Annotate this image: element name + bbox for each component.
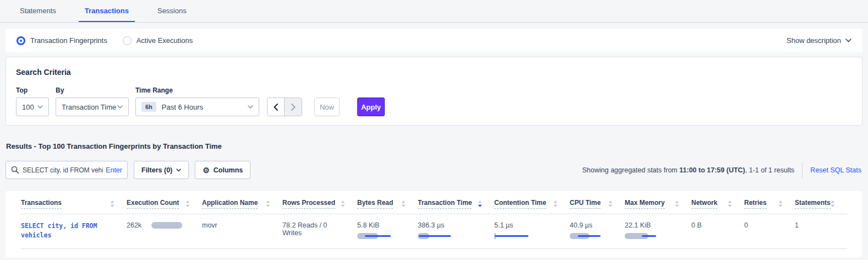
sort-icon — [831, 201, 835, 207]
col-header-execution-count[interactable]: Execution Count — [127, 193, 202, 214]
bytes-read-bar — [357, 233, 407, 240]
mean-line — [642, 235, 656, 237]
col-header-retries[interactable]: Retries — [744, 193, 795, 214]
cell-cpu-time: 40.9 µs — [570, 214, 625, 249]
column-label: Contention Time — [494, 199, 546, 209]
gear-icon: ⚙ — [203, 166, 210, 174]
radio-label: Transaction Fingerprints — [30, 36, 107, 45]
transaction-time-bar — [418, 233, 483, 240]
column-label: Transaction Time — [418, 199, 472, 209]
mean-line — [495, 235, 528, 237]
cell-network: 0 B — [691, 214, 744, 249]
show-description-toggle[interactable]: Show description — [787, 36, 851, 45]
top-select[interactable]: 100 — [16, 98, 49, 116]
transaction-fingerprint-link[interactable]: SELECT city, id FROM vehicles — [21, 221, 116, 240]
time-range-arrows — [267, 98, 302, 116]
view-toggle-card: Transaction Fingerprints Active Executio… — [6, 29, 862, 52]
col-header-cpu-time[interactable]: CPU Time — [570, 193, 625, 214]
col-header-max-memory[interactable]: Max Memory — [625, 193, 691, 214]
top-label: Top — [16, 86, 49, 94]
tab-transactions[interactable]: Transactions — [79, 0, 135, 22]
cell-rows-processed: 78.2 Reads / 0 Writes — [282, 214, 357, 249]
mean-line — [419, 235, 451, 237]
column-label: Max Memory — [625, 199, 665, 209]
transactions-table: Transactions Execution Count Application… — [21, 193, 847, 249]
cell-contention-time: 5.1 µs — [494, 214, 570, 249]
sort-icon — [341, 201, 345, 207]
col-header-application-name[interactable]: Application Name — [202, 193, 282, 214]
col-header-bytes-read[interactable]: Bytes Read — [357, 193, 418, 214]
application-name-value: movr — [202, 221, 217, 229]
radio-transaction-fingerprints[interactable]: Transaction Fingerprints — [17, 36, 107, 45]
columns-label: Columns — [214, 166, 243, 174]
filters-button[interactable]: Filters (0) — [134, 161, 189, 179]
time-back-button[interactable] — [268, 98, 285, 116]
cell-application-name: movr — [202, 214, 282, 249]
column-label: Network — [691, 199, 717, 209]
chevron-left-icon — [274, 104, 278, 111]
cell-retries: 0 — [744, 214, 795, 249]
columns-button[interactable]: ⚙ Columns — [195, 161, 250, 179]
reset-sql-stats-link[interactable]: Reset SQL Stats — [810, 166, 861, 174]
bytes-read-value: 5.8 KiB — [357, 221, 379, 229]
col-header-contention-time[interactable]: Contention Time — [494, 193, 570, 214]
search-enter-button[interactable]: Enter — [106, 166, 122, 174]
col-header-rows-processed[interactable]: Rows Processed — [282, 193, 357, 214]
mean-line — [578, 235, 600, 237]
chevron-down-icon — [37, 105, 43, 109]
col-header-network[interactable]: Network — [691, 193, 744, 214]
view-toggle-group: Transaction Fingerprints Active Executio… — [17, 36, 193, 45]
radio-active-executions[interactable]: Active Executions — [123, 36, 193, 45]
cpu-time-value: 40.9 µs — [570, 221, 592, 229]
chevron-down-icon — [845, 39, 851, 42]
table-row: SELECT city, id FROM vehicles 262k movr … — [21, 214, 847, 249]
time-range-value: Past 6 Hours — [162, 103, 203, 111]
column-label: Execution Count — [127, 199, 179, 209]
sort-icon-active-desc — [478, 201, 482, 207]
radio-selected-icon — [17, 36, 25, 45]
tab-statements[interactable]: Statements — [14, 0, 62, 22]
mean-line — [365, 235, 391, 237]
chevron-down-icon — [176, 169, 181, 172]
col-header-statements[interactable]: Statements — [795, 193, 847, 214]
aggregated-stats-text: Showing aggregated stats from 11:00 to 1… — [582, 166, 795, 174]
stats-suffix: , 1-1 of 1 results — [745, 166, 795, 174]
contention-time-bar — [494, 233, 559, 240]
cell-transactions: SELECT city, id FROM vehicles — [21, 214, 127, 249]
execution-count-value: 262k — [127, 221, 141, 229]
top-select-value: 100 — [22, 103, 34, 111]
chevron-right-icon — [291, 104, 296, 111]
column-label: Statements — [795, 199, 831, 209]
sort-icon — [266, 201, 270, 207]
max-memory-value: 22.1 KiB — [625, 221, 651, 229]
network-value: 0 B — [691, 221, 702, 229]
by-select-value: Transaction Time — [62, 103, 116, 111]
cell-transaction-time: 386.3 µs — [418, 214, 494, 249]
col-header-transaction-time[interactable]: Transaction Time — [418, 193, 494, 214]
cell-statements: 1 — [795, 214, 847, 249]
by-select[interactable]: Transaction Time — [56, 98, 129, 116]
results-table-card: Transactions Execution Count Application… — [6, 191, 862, 257]
time-range-label: Time Range — [135, 86, 259, 94]
col-header-transactions[interactable]: Transactions — [21, 193, 127, 214]
sort-icon — [608, 201, 613, 207]
sort-icon — [778, 201, 783, 207]
column-label: Transactions — [21, 199, 62, 209]
radio-label: Active Executions — [137, 36, 193, 45]
time-forward-button[interactable] — [285, 98, 302, 116]
cell-bytes-read: 5.8 KiB — [357, 214, 418, 249]
chevron-down-icon — [117, 105, 123, 109]
time-range-select[interactable]: 6h Past 6 Hours — [135, 98, 259, 116]
column-label: Bytes Read — [357, 199, 393, 209]
by-label: By — [56, 86, 129, 94]
cell-max-memory: 22.1 KiB — [625, 214, 691, 249]
now-button[interactable]: Now — [314, 98, 340, 116]
apply-button[interactable]: Apply — [357, 98, 385, 116]
page-tabs: Statements Transactions Sessions — [0, 0, 868, 23]
sort-icon — [110, 201, 114, 207]
vertical-divider — [802, 162, 803, 178]
table-header-row: Transactions Execution Count Application… — [21, 193, 847, 214]
tab-sessions[interactable]: Sessions — [151, 0, 193, 22]
statements-value: 1 — [795, 221, 799, 229]
sort-icon — [728, 201, 732, 207]
